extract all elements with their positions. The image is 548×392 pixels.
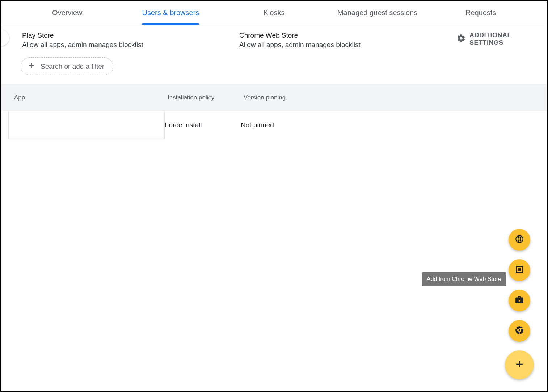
chrome-web-store-title: Chrome Web Store [239, 31, 456, 39]
tab-bar: Overview Users & browsers Kiosks Managed… [1, 1, 547, 25]
column-header-version-pinning[interactable]: Version pinning [244, 94, 286, 101]
svg-point-0 [518, 268, 519, 269]
svg-point-7 [519, 270, 520, 271]
fab-add-by-url[interactable] [509, 229, 530, 251]
apps-table-header: App Installation policy Version pinning [1, 84, 547, 111]
tab-overview[interactable]: Overview [16, 1, 119, 25]
table-row[interactable]: Force install Not pinned [1, 111, 547, 139]
fab-add-from-chrome-web-store[interactable] [509, 320, 530, 342]
additional-settings-label: ADDITIONAL SETTINGS [469, 31, 532, 47]
store-settings-row: Play Store Allow all apps, admin manages… [1, 25, 547, 55]
play-store-subtitle: Allow all apps, admin manages blocklist [22, 41, 239, 49]
play-store-block[interactable]: Play Store Allow all apps, admin manages… [22, 31, 239, 49]
tab-users-browsers[interactable]: Users & browsers [119, 1, 223, 25]
svg-point-3 [518, 269, 519, 270]
fab-add-from-play-store[interactable] [509, 290, 530, 311]
cell-installation-policy: Force install [165, 121, 241, 129]
svg-point-1 [519, 268, 520, 269]
svg-point-5 [520, 269, 521, 270]
svg-point-6 [518, 270, 519, 271]
tab-kiosks[interactable]: Kiosks [222, 1, 326, 25]
chrome-web-store-subtitle: Allow all apps, admin manages blocklist [239, 41, 456, 49]
cell-version-pinning: Not pinned [241, 121, 274, 129]
filter-row: Search or add a filter [1, 55, 547, 84]
tab-managed-guest-sessions[interactable]: Managed guest sessions [326, 1, 429, 25]
plus-icon [514, 359, 525, 371]
search-add-filter-chip[interactable]: Search or add a filter [21, 57, 113, 75]
plus-icon [28, 61, 35, 71]
cell-app-name [8, 111, 165, 139]
chrome-web-store-block[interactable]: Chrome Web Store Allow all apps, admin m… [239, 31, 456, 49]
svg-point-2 [520, 268, 521, 269]
svg-point-11 [519, 329, 520, 331]
filter-chip-label: Search or add a filter [41, 63, 104, 71]
grid-icon [515, 265, 524, 276]
column-header-installation-policy[interactable]: Installation policy [168, 94, 244, 101]
gear-icon [456, 34, 466, 45]
fab-tooltip: Add from Chrome Web Store [422, 272, 506, 286]
fab-add-chrome-app-by-id[interactable] [509, 259, 530, 281]
column-header-app[interactable]: App [1, 94, 168, 101]
svg-point-4 [519, 269, 520, 270]
play-store-title: Play Store [22, 31, 239, 39]
fab-add-main[interactable] [505, 350, 534, 379]
fab-stack [505, 229, 534, 379]
play-store-icon [515, 295, 524, 306]
tab-requests[interactable]: Requests [429, 1, 532, 25]
globe-icon [515, 234, 524, 245]
additional-settings-button[interactable]: ADDITIONAL SETTINGS [456, 31, 536, 47]
chrome-icon [515, 325, 524, 336]
svg-point-8 [520, 270, 521, 271]
